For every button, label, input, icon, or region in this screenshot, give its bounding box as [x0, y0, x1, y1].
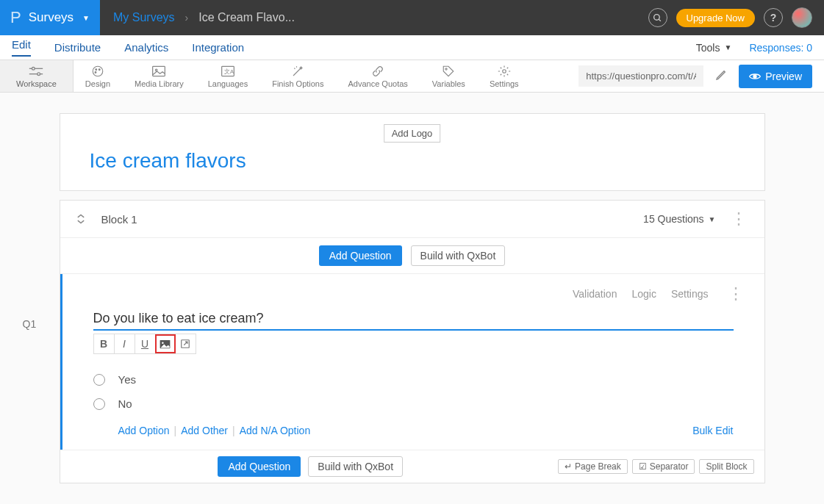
tools-dropdown[interactable]: Tools ▼: [696, 42, 732, 54]
question-logic-link[interactable]: Logic: [631, 288, 656, 300]
block-header: Block 1 15 Questions ▼ ⋮: [60, 201, 764, 238]
tool-media-label: Media Library: [135, 79, 184, 88]
logo-icon: P: [10, 8, 21, 27]
page-break-chip[interactable]: ↵Page Break: [558, 459, 628, 474]
breadcrumb: My Surveys › Ice Cream Flavo...: [100, 11, 308, 24]
add-na-link[interactable]: Add N/A Option: [240, 425, 311, 436]
preview-label: Preview: [765, 71, 802, 82]
option-label[interactable]: Yes: [118, 373, 136, 386]
tab-integration[interactable]: Integration: [192, 41, 244, 54]
add-logo-button[interactable]: Add Logo: [384, 124, 441, 143]
top-navbar: P Surveys ▼ My Surveys › Ice Cream Flavo…: [0, 0, 824, 35]
add-option-link[interactable]: Add Option: [118, 425, 170, 436]
add-question-button[interactable]: Add Question: [319, 245, 402, 266]
palette-icon: [90, 65, 105, 78]
app-switcher[interactable]: P Surveys ▼: [0, 0, 100, 35]
underline-button[interactable]: U: [135, 334, 156, 353]
option-actions: Add Option | Add Other | Add N/A Option …: [93, 425, 734, 436]
add-question-button-bottom[interactable]: Add Question: [218, 456, 301, 477]
chevron-down-icon: ▼: [724, 43, 731, 51]
edit-url-icon[interactable]: [711, 69, 731, 83]
survey-header-card: Add Logo Ice cream flavors: [60, 113, 765, 191]
question-settings-link[interactable]: Settings: [671, 288, 709, 300]
tag-icon: [442, 65, 455, 78]
bold-button[interactable]: B: [94, 334, 115, 353]
add-other-link[interactable]: Add Other: [181, 425, 228, 436]
chevron-down-icon: ▼: [709, 215, 716, 223]
question-count-label: 15 Questions: [643, 213, 704, 225]
separator-icon: ☑: [639, 461, 647, 472]
question-topbar: Validation Logic Settings ⋮: [62, 274, 764, 306]
tool-settings-label: Settings: [490, 79, 519, 88]
chevron-down-icon: ▼: [82, 14, 90, 22]
search-icon[interactable]: [648, 8, 667, 27]
tool-languages[interactable]: 文A Languages: [196, 60, 260, 92]
eye-icon: [749, 72, 761, 81]
italic-button[interactable]: I: [115, 334, 135, 353]
svg-point-8: [98, 68, 100, 70]
survey-title[interactable]: Ice cream flavors: [90, 149, 735, 173]
svg-point-11: [156, 69, 158, 71]
block-title[interactable]: Block 1: [101, 213, 137, 226]
tools-label: Tools: [696, 42, 720, 54]
chevron-right-icon: ›: [185, 12, 189, 24]
avatar[interactable]: [792, 7, 812, 28]
add-question-row-top: Add Question Build with QxBot: [60, 238, 764, 274]
option-row[interactable]: Yes: [93, 367, 734, 392]
main-tabs: Edit Distribute Analytics Integration To…: [0, 35, 824, 60]
question-more-icon[interactable]: ⋮: [723, 284, 748, 303]
upgrade-button[interactable]: Upgrade Now: [676, 9, 756, 27]
tab-analytics[interactable]: Analytics: [124, 41, 168, 54]
svg-text:文A: 文A: [224, 68, 234, 75]
radio-icon: [93, 398, 105, 410]
tool-workspace[interactable]: Workspace: [0, 60, 74, 92]
svg-point-16: [753, 75, 756, 78]
svg-point-4: [32, 67, 35, 70]
question-validation-link[interactable]: Validation: [573, 288, 617, 300]
tool-variables[interactable]: Variables: [420, 60, 478, 92]
editor-canvas: Add Logo Ice cream flavors Block 1 15 Qu…: [0, 93, 824, 504]
tool-design[interactable]: Design: [74, 60, 123, 92]
insert-image-button[interactable]: [155, 334, 176, 353]
tool-design-label: Design: [85, 79, 110, 88]
radio-icon: [93, 374, 105, 386]
translate-icon: 文A: [221, 65, 235, 78]
question-number: Q1: [23, 318, 37, 330]
bulk-edit-link[interactable]: Bulk Edit: [692, 425, 733, 436]
svg-point-5: [37, 72, 40, 75]
format-toolbar: B I U: [93, 334, 196, 354]
svg-point-0: [654, 14, 660, 20]
toolbar: Workspace Design Media Library 文A Langua…: [0, 60, 824, 93]
image-icon: [151, 65, 166, 78]
svg-point-6: [93, 66, 103, 76]
svg-point-9: [95, 71, 96, 73]
qxbot-button-bottom[interactable]: Build with QxBot: [308, 456, 403, 477]
question-count-dropdown[interactable]: 15 Questions ▼: [643, 213, 715, 225]
tool-media[interactable]: Media Library: [123, 60, 196, 92]
survey-url-input[interactable]: [578, 65, 703, 87]
svg-line-1: [659, 19, 661, 21]
app-name: Surveys: [29, 10, 74, 25]
svg-point-18: [162, 342, 164, 344]
option-label[interactable]: No: [118, 397, 132, 410]
preview-button[interactable]: Preview: [739, 65, 812, 88]
tab-edit[interactable]: Edit: [12, 38, 31, 57]
tool-finish[interactable]: Finish Options: [260, 60, 336, 92]
svg-point-7: [96, 68, 97, 70]
tab-distribute[interactable]: Distribute: [54, 41, 101, 54]
responses-link[interactable]: Responses: 0: [749, 42, 812, 54]
qxbot-button[interactable]: Build with QxBot: [411, 245, 506, 266]
split-block-chip[interactable]: Split Block: [699, 459, 753, 474]
collapse-block-icon[interactable]: [74, 212, 88, 226]
breadcrumb-home[interactable]: My Surveys: [113, 11, 175, 24]
tool-settings[interactable]: Settings: [478, 60, 531, 92]
option-row[interactable]: No: [93, 392, 734, 416]
page-break-icon: ↵: [565, 461, 572, 472]
help-icon[interactable]: ?: [764, 8, 783, 27]
block-more-icon[interactable]: ⋮: [726, 209, 751, 228]
question-text-input[interactable]: Do you like to eat ice cream?: [93, 311, 734, 331]
tool-quotas[interactable]: Advance Quotas: [336, 60, 420, 92]
open-external-button[interactable]: [175, 334, 196, 353]
separator-chip[interactable]: ☑Separator: [632, 459, 695, 474]
tool-workspace-label: Workspace: [16, 79, 57, 88]
